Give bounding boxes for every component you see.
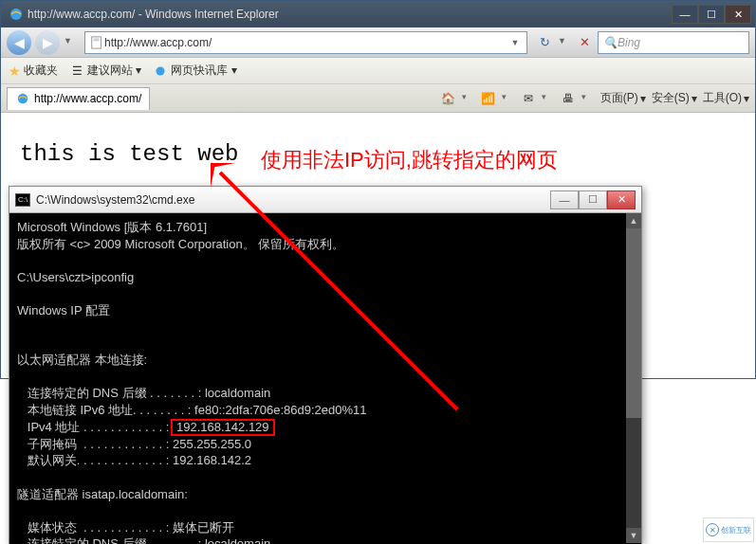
ie-titlebar[interactable]: http://www.accp.com/ - Windows Internet … xyxy=(1,1,755,27)
scroll-up-icon[interactable]: ▲ xyxy=(626,213,641,228)
cmd-close-button[interactable]: ✕ xyxy=(607,190,636,209)
page-menu[interactable]: 页面(P) ▾ xyxy=(600,90,646,106)
star-icon: ★ xyxy=(9,63,21,79)
cmd-line: 以太网适配器 本地连接: xyxy=(17,353,147,367)
cmd-window: C:\ C:\Windows\system32\cmd.exe — ☐ ✕ Mi… xyxy=(9,186,642,544)
tab-bar: http://www.accp.com/ 🏠▾ 📶▾ ✉▾ 🖶▾ 页面(P) ▾… xyxy=(1,84,755,113)
search-provider-icon[interactable]: 🔍 xyxy=(602,36,618,49)
cmd-line: 子网掩码 . . . . . . . . . . . . : 255.255.2… xyxy=(17,437,251,451)
cmd-line: 本地链接 IPv6 地址. . . . . . . . : fe80::2dfa… xyxy=(17,403,367,417)
url-input[interactable] xyxy=(104,36,507,49)
cmd-line: 媒体状态 . . . . . . . . . . . . : 媒体已断开 xyxy=(17,520,234,535)
window-title: http://www.accp.com/ - Windows Internet … xyxy=(28,8,672,21)
forward-button[interactable]: ▶ xyxy=(35,30,60,55)
tab-toolbar: 🏠▾ 📶▾ ✉▾ 🖶▾ 页面(P) ▾ 安全(S) ▾ 工具(O) ▾ xyxy=(441,90,749,106)
svg-rect-2 xyxy=(94,38,100,39)
back-button[interactable]: ◀ xyxy=(7,30,31,55)
page-icon xyxy=(153,63,168,79)
home-icon[interactable]: 🏠 xyxy=(441,91,456,106)
scroll-thumb[interactable] xyxy=(626,228,641,418)
nav-history-dropdown-icon[interactable]: ▼ xyxy=(64,36,77,49)
cmd-title: C:\Windows\system32\cmd.exe xyxy=(36,193,550,207)
cmd-line: Microsoft Windows [版本 6.1.7601] xyxy=(17,220,207,234)
tools-menu[interactable]: 工具(O) ▾ xyxy=(703,90,749,106)
cmd-scrollbar[interactable]: ▲ ▼ xyxy=(626,213,641,543)
tab-active[interactable]: http://www.accp.com/ xyxy=(7,87,150,110)
cmd-line: 隧道适配器 isatap.localdomain: xyxy=(17,487,188,501)
favorites-button[interactable]: ★ 收藏夹 xyxy=(9,63,58,79)
favorites-bar: ★ 收藏夹 ☰ 建议网站 ▾ 网页快讯库 ▾ xyxy=(1,58,755,84)
cmd-titlebar[interactable]: C:\ C:\Windows\system32\cmd.exe — ☐ ✕ xyxy=(9,187,641,213)
watermark-icon: ✕ xyxy=(706,523,719,536)
cmd-line: 连接特定的 DNS 后缀 . . . . . . . : localdomain xyxy=(17,386,270,400)
scroll-down-icon[interactable]: ▼ xyxy=(626,528,641,543)
cmd-line-ipv4-label: IPv4 地址 . . . . . . . . . . . . : xyxy=(17,420,173,434)
page-icon xyxy=(89,36,104,49)
safety-menu[interactable]: 安全(S) ▾ xyxy=(652,90,697,106)
watermark-text: 创新互联 xyxy=(721,525,751,535)
annotation-text: 使用非法IP访问,跳转指定的网页 xyxy=(261,146,558,174)
cmd-minimize-button[interactable]: — xyxy=(550,190,579,209)
refresh-icon[interactable]: ↻ xyxy=(535,33,554,52)
watermark-logo: ✕ 创新互联 xyxy=(703,517,754,542)
favorites-label: 收藏夹 xyxy=(24,63,58,79)
search-box[interactable]: 🔍 Bing xyxy=(598,31,749,54)
cmd-line: 默认网关. . . . . . . . . . . . . : 192.168.… xyxy=(17,453,251,467)
cmd-output[interactable]: Microsoft Windows [版本 6.1.7601] 版权所有 <c>… xyxy=(9,213,641,544)
cmd-line: 连接特定的 DNS 后缀 . . . . . . . : localdomain xyxy=(17,536,270,544)
minimize-button[interactable]: — xyxy=(672,5,698,24)
refresh-dropdown-icon[interactable]: ▼ xyxy=(558,36,571,49)
address-bar[interactable]: ▼ xyxy=(84,31,527,54)
window-controls: — ☐ ✕ xyxy=(672,5,751,24)
ie-navbar: ◀ ▶ ▼ ▼ ↻ ▼ ✕ 🔍 Bing xyxy=(1,27,755,58)
mail-dd-icon[interactable]: ▾ xyxy=(542,92,555,105)
ie-logo-icon xyxy=(9,7,24,22)
cmd-maximize-button[interactable]: ☐ xyxy=(579,190,607,209)
sites-icon: ☰ xyxy=(69,63,84,79)
feed-icon[interactable]: 📶 xyxy=(481,91,496,106)
print-dd-icon[interactable]: ▾ xyxy=(581,92,595,105)
cmd-line: Windows IP 配置 xyxy=(17,303,110,317)
svg-rect-3 xyxy=(94,40,100,41)
stop-icon[interactable]: ✕ xyxy=(575,33,594,52)
close-button[interactable]: ✕ xyxy=(725,5,751,24)
svg-point-4 xyxy=(157,66,165,75)
mail-icon[interactable]: ✉ xyxy=(521,91,536,106)
home-dd-icon[interactable]: ▾ xyxy=(462,92,475,105)
print-icon[interactable]: 🖶 xyxy=(561,91,576,106)
fav-suggested-sites[interactable]: ☰ 建议网站 ▾ xyxy=(69,63,141,79)
cmd-window-controls: — ☐ ✕ xyxy=(550,190,636,209)
url-dropdown-icon[interactable]: ▼ xyxy=(507,38,523,47)
tab-title: http://www.accp.com/ xyxy=(34,92,141,105)
feed-dd-icon[interactable]: ▾ xyxy=(502,92,515,105)
fav-webslice-gallery[interactable]: 网页快讯库 ▾ xyxy=(153,63,236,79)
cmd-line: 版权所有 <c> 2009 Microsoft Corporation。 保留所… xyxy=(17,237,344,251)
cmd-line: C:\Users\czt>ipconfig xyxy=(17,270,134,284)
ipv4-address-highlighted: 192.168.142.129 xyxy=(171,419,275,436)
cmd-icon: C:\ xyxy=(15,193,30,207)
search-placeholder: Bing xyxy=(618,36,640,49)
maximize-button[interactable]: ☐ xyxy=(698,5,725,24)
ie-tab-icon xyxy=(15,91,30,106)
